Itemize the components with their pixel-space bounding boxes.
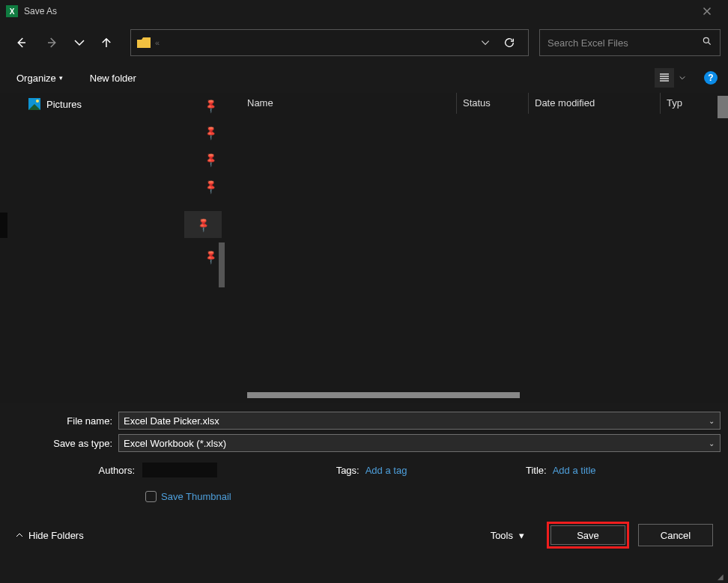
file-name-input[interactable] — [118, 412, 721, 430]
refresh-button[interactable] — [497, 37, 522, 49]
file-list-horizontal-scrollbar[interactable] — [247, 392, 520, 398]
new-folder-label: New folder — [90, 73, 136, 84]
resize-grip[interactable]: ◢ — [718, 573, 727, 582]
column-headers: Name Status Date modified Typ — [225, 93, 728, 114]
search-box[interactable] — [539, 29, 721, 56]
column-status[interactable]: Status — [457, 93, 529, 114]
recent-locations-button[interactable] — [70, 29, 88, 56]
footer: File name: ⌄ Save as type: ⌄ Authors: Ta… — [0, 403, 728, 561]
column-name[interactable]: Name — [225, 93, 457, 114]
save-thumbnail-checkbox[interactable] — [145, 491, 157, 502]
tools-label: Tools — [491, 530, 513, 541]
search-input[interactable] — [547, 37, 702, 49]
up-button[interactable] — [93, 29, 120, 56]
sidebar-collapse-tab[interactable] — [0, 213, 7, 238]
cancel-button[interactable]: Cancel — [638, 524, 713, 546]
column-date-modified[interactable]: Date modified — [529, 93, 661, 114]
breadcrumb-separator: « — [155, 38, 160, 47]
search-icon[interactable] — [702, 36, 712, 49]
back-button[interactable] — [7, 29, 34, 56]
sidebar: Pictures 📌 📌 📌 📌 📌 📌 — [0, 93, 225, 403]
save-button[interactable]: Save — [550, 525, 625, 545]
toolbar: Organize ▾ New folder ? — [0, 63, 728, 93]
save-as-type-select[interactable] — [118, 434, 721, 452]
pin-icon[interactable]: 📌 — [203, 98, 218, 113]
authors-label: Authors: — [99, 465, 135, 476]
hide-folders-button[interactable]: Hide Folders — [15, 530, 84, 541]
titlebar: Save As — [0, 0, 728, 22]
new-folder-button[interactable]: New folder — [84, 67, 142, 88]
save-thumbnail-label[interactable]: Save Thumbnail — [161, 491, 231, 502]
tools-button[interactable]: Tools ▾ — [483, 525, 532, 545]
organize-button[interactable]: Organize ▾ — [10, 67, 69, 88]
sidebar-scrollbar[interactable] — [219, 242, 225, 287]
help-button[interactable]: ? — [704, 71, 718, 85]
sidebar-item-label: Pictures — [46, 99, 82, 110]
pin-row-selected[interactable]: 📌 — [184, 211, 222, 238]
add-title-link[interactable]: Add a title — [553, 465, 596, 476]
pin-icon: 📌 — [195, 217, 210, 232]
save-button-highlight: Save — [547, 522, 629, 549]
tags-label: Tags: — [336, 465, 360, 476]
organize-label: Organize — [16, 73, 56, 84]
address-bar[interactable]: « — [130, 29, 529, 56]
window-title: Save As — [24, 6, 692, 16]
pin-icon[interactable]: 📌 — [203, 179, 218, 194]
view-options-button[interactable] — [655, 68, 674, 88]
view-dropdown-button[interactable] — [676, 71, 689, 85]
sidebar-item-pictures[interactable]: Pictures — [0, 93, 225, 115]
authors-field[interactable] — [142, 463, 217, 477]
excel-icon — [6, 5, 18, 17]
folder-icon — [137, 37, 151, 48]
pictures-icon — [28, 98, 40, 110]
address-dropdown-button[interactable] — [474, 37, 497, 48]
navbar: « — [0, 22, 728, 63]
close-icon[interactable] — [692, 0, 722, 22]
hide-folders-label: Hide Folders — [28, 530, 84, 541]
save-as-type-label: Save as type: — [7, 438, 118, 449]
help-icon-text: ? — [708, 73, 713, 83]
svg-point-0 — [703, 37, 709, 43]
chevron-down-icon: ▾ — [519, 530, 524, 541]
title-label: Title: — [526, 465, 547, 476]
pin-icon[interactable]: 📌 — [203, 249, 218, 264]
add-tag-link[interactable]: Add a tag — [365, 465, 407, 476]
file-list: Name Status Date modified Typ — [225, 93, 728, 403]
pin-icon[interactable]: 📌 — [203, 152, 218, 167]
pin-icon[interactable]: 📌 — [203, 125, 218, 140]
chevron-down-icon: ▾ — [59, 74, 63, 82]
file-list-vertical-scrollbar[interactable] — [718, 96, 728, 118]
file-name-label: File name: — [7, 415, 118, 427]
main-area: Pictures 📌 📌 📌 📌 📌 📌 Name Status Date mo… — [0, 93, 728, 403]
forward-button[interactable] — [39, 29, 66, 56]
